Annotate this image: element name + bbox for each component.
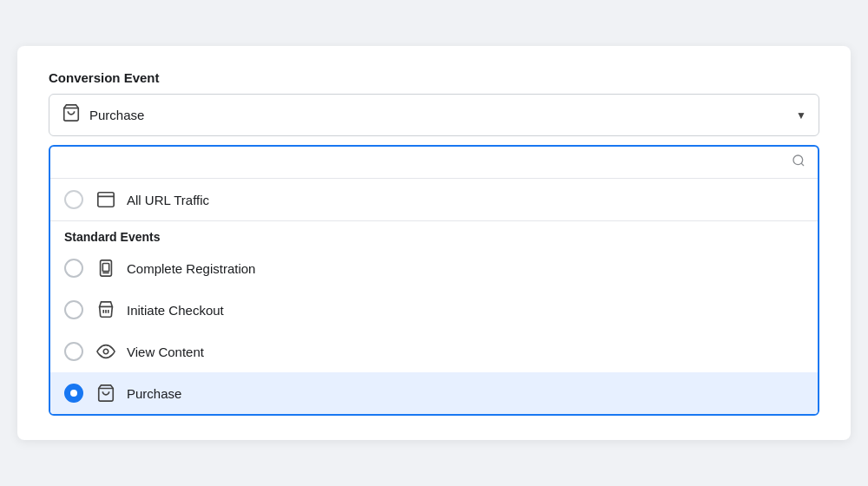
- purchase-bag-icon: [94, 381, 118, 405]
- search-input[interactable]: [62, 155, 792, 170]
- option-view-content[interactable]: View Content: [50, 331, 818, 372]
- radio-all-url-traffic: [64, 190, 83, 209]
- conversion-event-select[interactable]: Purchase ▼: [49, 94, 819, 136]
- radio-purchase: [64, 384, 83, 403]
- conversion-event-container: Conversion Event Purchase ▼: [17, 46, 851, 440]
- svg-line-2: [801, 163, 804, 166]
- eye-icon: [94, 339, 118, 364]
- option-label-all-url-traffic: All URL Traffic: [127, 193, 209, 207]
- svg-rect-3: [98, 193, 114, 207]
- select-text: Purchase: [89, 108, 796, 122]
- option-all-url-traffic[interactable]: All URL Traffic: [50, 179, 818, 221]
- section-label: Conversion Event: [49, 70, 819, 85]
- radio-complete-registration: [64, 259, 83, 278]
- radio-initiate-checkout: [64, 300, 83, 319]
- registration-icon: [94, 256, 118, 280]
- search-icon: [792, 154, 806, 171]
- option-label-initiate-checkout: Initiate Checkout: [127, 303, 224, 318]
- option-initiate-checkout[interactable]: Initiate Checkout: [50, 289, 818, 331]
- basket-icon: [94, 298, 118, 322]
- standard-events-header: Standard Events: [50, 221, 818, 247]
- svg-point-1: [793, 155, 803, 165]
- radio-view-content: [64, 342, 83, 361]
- browser-icon: [94, 187, 118, 212]
- chevron-down-icon: ▼: [796, 109, 806, 122]
- option-purchase[interactable]: Purchase: [50, 372, 818, 414]
- option-complete-registration[interactable]: Complete Registration: [50, 247, 818, 289]
- search-box: [50, 147, 818, 179]
- option-label-complete-registration: Complete Registration: [127, 261, 255, 276]
- option-label-view-content: View Content: [127, 345, 204, 359]
- option-label-purchase: Purchase: [127, 386, 181, 401]
- svg-rect-6: [102, 264, 108, 272]
- svg-point-8: [103, 349, 108, 354]
- purchase-select-icon: [62, 103, 81, 127]
- dropdown-panel: All URL Traffic Standard Events Complete…: [49, 145, 819, 416]
